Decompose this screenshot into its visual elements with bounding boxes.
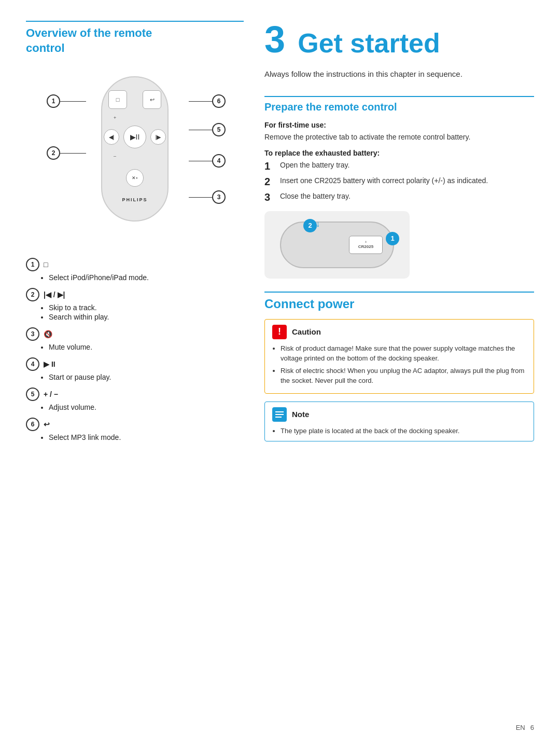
note-box: Note The type plate is located at the ba… xyxy=(264,402,534,442)
legend-symbol-2: |◀ / ▶| xyxy=(44,290,65,299)
legend-item-2: 2 |◀ / ▶| Skip to a track. Search within… xyxy=(26,288,244,321)
legend-item-6: 6 ↩ Select MP3 link mode. xyxy=(26,418,244,441)
legend-symbol-3: 🔇 xyxy=(44,330,52,338)
legend-bullet-2-2: Search within play. xyxy=(49,313,244,321)
legend-bullet-4-1: Start or pause play. xyxy=(49,373,244,381)
connect-title: Connect power xyxy=(264,292,534,311)
callout-1: 1 xyxy=(47,94,60,108)
legend-bullet-5-1: Adjust volume. xyxy=(49,403,244,411)
legend-num-4: 4 xyxy=(26,357,39,371)
first-use-text: Remove the protective tab to activate th… xyxy=(264,132,534,143)
mute-button[interactable]: ✕⋆ xyxy=(126,169,144,187)
legend-symbol-4: ▶ II xyxy=(44,360,55,368)
legend-bullet-1-1: Select iPod/iPhone/iPad mode. xyxy=(49,273,244,282)
legend-num-5: 5 xyxy=(26,388,39,401)
callout-6: 6 xyxy=(212,94,226,108)
replace-label: To replace the exhausted battery: xyxy=(264,149,534,157)
caution-bullet-1: Risk of product damage! Make sure that t… xyxy=(281,343,526,364)
next-button[interactable]: |▶ xyxy=(150,129,166,145)
callout-line-4 xyxy=(189,161,212,161)
callout-line-6 xyxy=(189,101,212,102)
chapter-header: 3 Get started xyxy=(264,21,534,58)
legend-symbol-5: + / − xyxy=(44,390,58,398)
caution-icon: ! xyxy=(272,325,287,339)
play-pause-button[interactable]: ▶II xyxy=(123,126,146,148)
battery-badge-1: 1 xyxy=(386,232,399,245)
replace-step-3: 3 Close the battery tray. xyxy=(264,191,534,203)
replace-step-1: 1 Open the battery tray. xyxy=(264,160,534,172)
legend-item-1: 1 □ Select iPod/iPhone/iPad mode. xyxy=(26,258,244,282)
caution-label: Caution xyxy=(292,327,321,336)
callout-3: 3 xyxy=(212,190,226,204)
legend-item-3: 3 🔇 Mute volume. xyxy=(26,327,244,351)
left-section-title: Overview of the remote control xyxy=(26,21,244,56)
legend-symbol-1: □ xyxy=(44,260,48,269)
transport-buttons: ◀| ▶II |▶ xyxy=(104,126,166,148)
callout-line-2 xyxy=(60,153,86,154)
first-use-label: For first-time use: xyxy=(264,121,534,129)
battery-diagram: + CR2025 2 ↓ 1 xyxy=(264,211,410,279)
note-bullet-1: The type plate is located at the back of… xyxy=(281,426,526,436)
battery-badge-2: 2 xyxy=(303,219,317,232)
callout-line-3 xyxy=(189,197,212,198)
note-icon xyxy=(272,407,287,422)
callout-line-1 xyxy=(60,101,86,102)
legend-num-2: 2 xyxy=(26,288,39,301)
callout-2: 2 xyxy=(47,146,60,160)
callout-5: 5 xyxy=(212,123,226,136)
note-label: Note xyxy=(292,410,309,419)
prepare-title: Prepare the remote control xyxy=(264,96,534,113)
legend-item-4: 4 ▶ II Start or pause play. xyxy=(26,357,244,381)
remote-body: □ ↩ + ◀| ▶II |▶ – ✕⋆ PHILIPS xyxy=(101,76,169,222)
replace-step-2: 2 Insert one CR2025 battery with correct… xyxy=(264,175,534,188)
footer-page: 6 xyxy=(530,724,534,731)
callout-line-5 xyxy=(189,130,212,130)
chapter-title: Get started xyxy=(298,28,440,58)
legend-symbol-6: ↩ xyxy=(44,420,50,428)
chapter-number: 3 xyxy=(264,19,285,60)
legend-bullet-2-1: Skip to a track. xyxy=(49,303,244,312)
caution-box: ! Caution Risk of product damage! Make s… xyxy=(264,319,534,394)
link-button[interactable]: ↩ xyxy=(143,90,161,109)
legend-num-3: 3 xyxy=(26,327,39,341)
legend-item-5: 5 + / − Adjust volume. xyxy=(26,388,244,411)
callout-4: 4 xyxy=(212,154,226,168)
page-footer: EN 6 xyxy=(516,724,534,731)
caution-bullets: Risk of product damage! Make sure that t… xyxy=(272,343,526,386)
legend-bullet-6-1: Select MP3 link mode. xyxy=(49,433,244,441)
left-column: Overview of the remote control □ ↩ + ◀| … xyxy=(26,21,244,726)
brand-label: PHILIPS xyxy=(122,197,147,202)
dock-button[interactable]: □ xyxy=(108,90,127,109)
note-bullets: The type plate is located at the back of… xyxy=(272,426,526,436)
legend-bullet-3-1: Mute volume. xyxy=(49,343,244,351)
legend-section: 1 □ Select iPod/iPhone/iPad mode. 2 |◀ /… xyxy=(26,258,244,441)
legend-num-6: 6 xyxy=(26,418,39,431)
right-column: 3 Get started Always follow the instruct… xyxy=(264,21,534,726)
footer-lang: EN xyxy=(516,724,525,731)
caution-bullet-2: Risk of electric shock! When you unplug … xyxy=(281,366,526,386)
legend-num-1: 1 xyxy=(26,258,39,271)
intro-text: Always follow the instructions in this c… xyxy=(264,68,534,80)
prev-button[interactable]: ◀| xyxy=(104,129,119,145)
replace-steps-list: 1 Open the battery tray. 2 Insert one CR… xyxy=(264,160,534,203)
remote-diagram: □ ↩ + ◀| ▶II |▶ – ✕⋆ PHILIPS 1 xyxy=(26,66,244,242)
